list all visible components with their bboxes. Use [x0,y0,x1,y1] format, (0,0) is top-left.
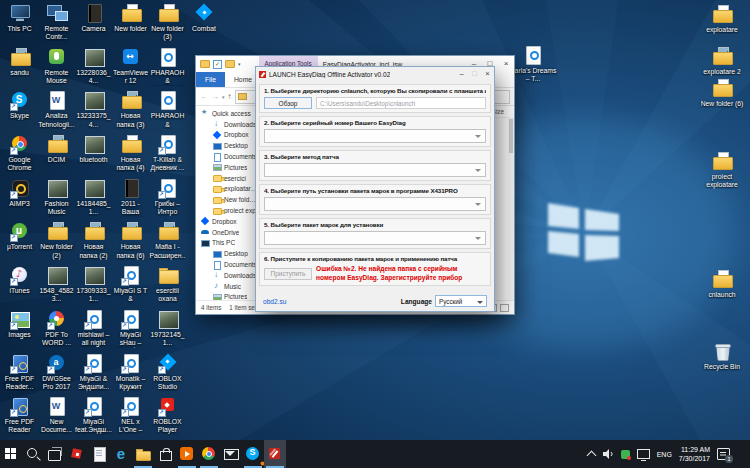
explorer-sidebar-item[interactable]: Dropbox [196,216,258,227]
desktop-icon[interactable]: 14184485_1... [75,178,112,222]
taskbar-store[interactable] [154,440,176,468]
desktop-icon[interactable]: PDF To WORD ... [38,309,75,353]
close-button[interactable]: × [498,56,514,72]
desktop-icon[interactable]: NEL x L'One – Садись, Пр... [112,396,149,440]
desktop-icon[interactable]: Images [1,309,38,353]
desktop-icon[interactable]: DCIM [38,134,75,178]
desktop-icon[interactable]: Analiza Tehnologii... [38,90,75,134]
taskbar-edge[interactable] [110,440,132,468]
taskbar-media-player[interactable] [176,440,198,468]
desktop-icon[interactable]: Free PDF Reader [1,396,38,440]
desktop-icon[interactable]: 1548_45823... [38,265,75,309]
desktop-icon[interactable]: New Docume... [38,396,75,440]
search-button[interactable] [22,440,44,468]
action-center-icon[interactable]: 1 [717,448,730,460]
desktop-icon[interactable]: ROBLOX Studio [149,353,186,397]
desktop-icon[interactable]: exploatare 2 [699,46,745,76]
directory-path-field[interactable]: C:\Users\sandu\Desktop\cnlaunch [316,97,486,109]
forward-icon[interactable]: → [211,92,219,101]
desktop-icon[interactable]: AIMP3 [1,178,38,222]
volume-icon[interactable] [602,448,614,460]
desktop-icon[interactable]: 13228036_4... [75,47,112,91]
clock[interactable]: 11:29 AM 7/30/2017 [679,445,710,463]
desktop-icon[interactable]: ROBLOX Player [149,396,186,440]
explorer-sidebar-item[interactable]: Quick access [196,108,258,119]
desktop-icon[interactable]: mishlawi – all night [75,309,112,353]
history-chevron-icon[interactable]: ▾ [222,94,225,100]
serial-number-dropdown[interactable] [264,129,486,143]
patch-method-dropdown[interactable] [264,163,486,177]
taskbar-skype[interactable] [242,440,264,468]
vertical-scrollbar[interactable] [508,117,514,300]
desktop-icon[interactable]: DWGSee Pro 2017 [38,353,75,397]
taskbar-file-explorer[interactable] [132,440,154,468]
start-button[interactable] [0,440,22,468]
explorer-sidebar-item[interactable]: Music [196,281,258,292]
explorer-sidebar-item[interactable]: Downloads [196,119,258,130]
desktop-icon[interactable]: Skype [1,90,38,134]
desktop-icon[interactable]: sandu [1,47,38,91]
desktop-icon[interactable]: MiyaGi S T & Эндшпиль... [112,265,149,309]
language-dropdown[interactable]: Русский [435,295,487,307]
desktop-icon[interactable]: Fashion Music Rec... [38,178,75,222]
desktop-icon[interactable]: Remote Mouse [38,47,75,91]
dropbox-tray-icon[interactable] [621,450,630,459]
thumbnails-view-icon[interactable] [500,304,509,312]
explorer-sidebar-item[interactable]: Pictures [196,292,258,300]
desktop-icon[interactable]: Новая папка (6) [112,221,149,265]
explorer-sidebar-item[interactable]: Dropbox [196,130,258,141]
close-button[interactable]: × [481,67,494,81]
desktop-icon[interactable]: 17309333_1... [75,265,112,309]
desktop-icon[interactable]: MiyaGi & Эндшпи... [75,353,112,397]
brand-package-dropdown[interactable] [264,231,486,245]
desktop-icon[interactable]: bluetooth [75,134,112,178]
desktop-icon[interactable]: TeamViewer 12 [112,47,149,91]
desktop-icon[interactable]: cnlaunch [699,269,745,299]
desktop-icon[interactable]: proiect exploatare [699,151,745,189]
explorer-sidebar-item[interactable]: Documents [196,151,258,162]
taskbar-mail[interactable] [220,440,242,468]
desktop-icon[interactable]: Recycle Bin [699,341,745,371]
task-view-button[interactable] [44,440,66,468]
desktop-icon[interactable]: Новая папка (4) [112,134,149,178]
browse-button[interactable]: Обзор [264,97,312,109]
explorer-sidebar-item[interactable]: Documents [196,259,258,270]
explorer-sidebar-item[interactable]: proiect expl [196,205,258,216]
desktop-icon[interactable]: This PC [1,3,38,47]
desktop-icon[interactable]: Free PDF Reader... [1,353,38,397]
desktop-icon[interactable]: esercitii oxana dam... [149,265,186,309]
desktop-icon[interactable]: Грибы – Интро [149,178,186,222]
desktop-icon[interactable]: µTorrent [1,221,38,265]
desktop-icon[interactable]: PHARAOH & BOULEVAR... [149,47,186,91]
explorer-sidebar-item[interactable]: exploatare 2 [196,184,258,195]
desktop-icon[interactable]: Remote Contr... [38,3,75,47]
up-icon[interactable]: ↑ [228,92,232,101]
explorer-sidebar-item[interactable]: Desktop [196,140,258,151]
desktop-icon[interactable]: New folder (3) [149,3,186,47]
network-icon[interactable] [637,449,650,459]
obd2-link[interactable]: obd2.su [263,298,286,305]
quick-access-toolbar[interactable]: ✓ ▾ [196,60,245,69]
desktop-icon[interactable]: exploatare [699,4,745,34]
language-indicator[interactable]: ENG [657,451,672,458]
explorer-sidebar-item[interactable]: New folder ( [196,194,258,205]
dialog-title-bar[interactable]: LAUNCH EasyDiag Offline Activator v0.02 … [256,67,494,81]
desktop-icon[interactable]: Carla's Dreams – T... [509,45,557,83]
taskbar-chrome[interactable] [198,440,220,468]
desktop-icon[interactable]: Новая папка (2) [75,221,112,265]
install-path-dropdown[interactable] [264,197,486,211]
tab-file[interactable]: File [196,72,225,87]
minimize-button[interactable]: – [455,67,468,81]
explorer-sidebar-item[interactable]: esercici [196,173,258,184]
desktop-icon[interactable]: Monatik – Кружит [112,353,149,397]
desktop-icon[interactable]: iTunes [1,265,38,309]
explorer-sidebar-item[interactable]: OneDrive [196,227,258,238]
back-icon[interactable]: ← [200,92,208,101]
explorer-sidebar-item[interactable]: Pictures [196,162,258,173]
taskbar-roblox[interactable] [66,440,88,468]
desktop-icon[interactable]: Google Chrome [1,134,38,178]
desktop-icon[interactable]: PHARAOH & BOULEVAR... [149,90,186,134]
hidden-icons-chevron-icon[interactable] [586,451,596,461]
desktop-icon[interactable]: 19732145_1... [149,309,186,353]
chevron-down-icon[interactable]: ▾ [238,61,241,67]
